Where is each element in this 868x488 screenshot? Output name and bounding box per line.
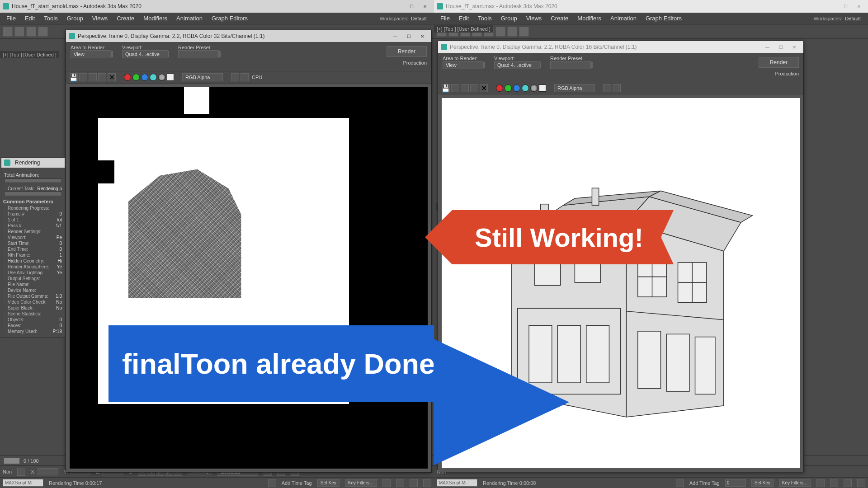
vfb-titlebar[interactable]: Perspective, frame 0, Display Gamma: 2.2… [438, 41, 803, 53]
minimize-button[interactable]: — [392, 2, 404, 11]
vfb-close-button[interactable]: ✕ [416, 32, 429, 41]
menu-create[interactable]: Create [112, 14, 139, 23]
close-button[interactable]: ✕ [419, 2, 431, 11]
vfb-titlebar[interactable]: Perspective, frame 0, Display Gamma: 2.2… [66, 30, 431, 42]
nav-icon-1[interactable] [382, 479, 391, 487]
right-viewport-tag[interactable]: [+] [Top ] [User Defined ] [434, 25, 493, 33]
copy-icon[interactable] [79, 73, 87, 81]
menu-animation[interactable]: Animation [172, 14, 207, 23]
menu-modifiers[interactable]: Modifiers [139, 14, 172, 23]
link-icon[interactable] [26, 27, 36, 37]
channel-blue-icon[interactable] [141, 74, 148, 81]
redo-icon[interactable] [14, 27, 24, 37]
channel-green-icon[interactable] [132, 74, 140, 81]
maxscript-input[interactable] [437, 479, 477, 487]
channel-mono-icon[interactable] [530, 84, 538, 92]
timetag-icon[interactable] [676, 479, 684, 487]
menu-views[interactable]: Views [522, 14, 546, 23]
unlink-icon[interactable] [38, 27, 48, 37]
menu-tools[interactable]: Tools [39, 14, 62, 23]
lock-selection-icon[interactable] [17, 468, 25, 476]
timetag-icon[interactable] [268, 479, 276, 487]
menu-edit[interactable]: Edit [454, 14, 473, 23]
area-select[interactable]: View [443, 61, 483, 69]
workspace-value[interactable]: Default [411, 16, 432, 21]
area-select[interactable]: View [71, 50, 111, 58]
undo-icon[interactable] [3, 27, 13, 37]
maxscript-input[interactable] [3, 479, 43, 487]
timeline-scrubber[interactable] [4, 458, 20, 464]
vfb-close-button[interactable]: ✕ [788, 42, 801, 52]
toggle-ui-icon[interactable] [613, 84, 621, 92]
maximize-button[interactable]: ☐ [405, 2, 418, 11]
clear-icon[interactable]: ✕ [480, 84, 488, 92]
viewport-select[interactable]: Quad 4…ective [122, 50, 168, 58]
channel-blue-icon[interactable] [513, 84, 520, 92]
viewport-select[interactable]: Quad 4…ective [494, 61, 540, 69]
menu-group[interactable]: Group [496, 14, 522, 23]
keyfilters-button[interactable]: Key Filters… [345, 479, 377, 487]
nav-icon-1[interactable] [816, 479, 825, 487]
production-label[interactable]: Production [775, 71, 799, 76]
channel-alpha-icon[interactable] [522, 84, 529, 92]
channel-green-icon[interactable] [505, 84, 512, 92]
menu-views[interactable]: Views [88, 14, 112, 23]
menu-file[interactable]: File [436, 14, 454, 23]
lock-icon[interactable] [168, 51, 169, 57]
rendering-panel-title[interactable]: Rendering [1, 158, 65, 168]
region-edit-icon[interactable] [112, 51, 113, 57]
left-render-canvas[interactable] [70, 87, 428, 469]
rendersetup-icon[interactable] [592, 62, 593, 68]
rendersetup-icon[interactable] [220, 51, 221, 57]
frame-input[interactable] [725, 479, 746, 487]
rotate-icon[interactable] [507, 27, 517, 37]
vfb-maximize-button[interactable]: ☐ [774, 42, 787, 52]
nav-icon-3[interactable] [410, 479, 418, 487]
setkey-button[interactable]: Set Key [751, 479, 774, 487]
nav-icon-4[interactable] [423, 479, 431, 487]
menu-file[interactable]: File [2, 14, 20, 23]
clone-icon[interactable] [461, 84, 469, 92]
channel-red-icon[interactable] [124, 74, 131, 81]
menu-modifiers[interactable]: Modifiers [573, 14, 606, 23]
menu-grapheditors[interactable]: Graph Editors [207, 14, 252, 23]
toggle-overlay-icon[interactable] [603, 84, 611, 92]
move-icon[interactable] [495, 27, 505, 37]
channel-alpha-icon[interactable] [150, 74, 157, 81]
menu-edit[interactable]: Edit [20, 14, 39, 23]
keyfilters-button[interactable]: Key Filters… [779, 479, 811, 487]
channel-mono-icon[interactable] [158, 74, 165, 81]
common-params-header[interactable]: Common Parameters [3, 199, 62, 204]
close-button[interactable]: ✕ [853, 2, 865, 11]
clone-icon[interactable] [89, 73, 97, 81]
copy-icon[interactable] [451, 84, 459, 92]
preset-select[interactable] [178, 50, 219, 58]
region-edit-icon[interactable] [484, 62, 485, 68]
print-icon[interactable] [98, 73, 106, 81]
save-icon[interactable]: 💾 [70, 73, 78, 81]
lock-icon[interactable] [540, 62, 541, 68]
maximize-button[interactable]: ☐ [839, 2, 852, 11]
channel-bg-icon[interactable] [539, 84, 546, 92]
menu-animation[interactable]: Animation [606, 14, 641, 23]
vfb-minimize-button[interactable]: — [389, 32, 401, 41]
workspace-value[interactable]: Default [845, 16, 866, 21]
render-button[interactable]: Render [387, 46, 427, 57]
channel-bg-icon[interactable] [167, 74, 174, 81]
clear-icon[interactable]: ✕ [108, 73, 116, 81]
alpha-select[interactable]: RGB Alpha [182, 73, 223, 81]
save-icon[interactable]: 💾 [442, 84, 450, 92]
setkey-button[interactable]: Set Key [317, 479, 340, 487]
alpha-select[interactable]: RGB Alpha [554, 84, 595, 92]
nav-icon-4[interactable] [857, 479, 865, 487]
render-button[interactable]: Render [759, 57, 799, 68]
left-viewport-tag[interactable]: [+] [Top ] [User Defined ] [0, 51, 59, 58]
menu-grapheditors[interactable]: Graph Editors [641, 14, 686, 23]
menu-create[interactable]: Create [546, 14, 573, 23]
toggle-ui-icon[interactable] [241, 73, 249, 81]
nav-icon-2[interactable] [830, 479, 838, 487]
nav-icon-3[interactable] [844, 479, 852, 487]
print-icon[interactable] [470, 84, 478, 92]
vfb-minimize-button[interactable]: — [761, 42, 774, 52]
menu-tools[interactable]: Tools [473, 14, 496, 23]
